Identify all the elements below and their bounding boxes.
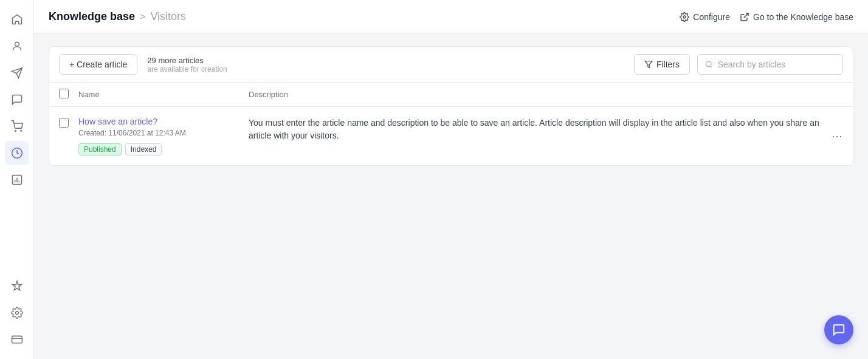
sidebar <box>0 0 34 359</box>
row-name-col: How save an article? Created: 11/06/2021… <box>78 117 249 156</box>
sidebar-item-settings[interactable] <box>5 301 29 325</box>
articles-info: 29 more articles are available for creat… <box>147 56 227 74</box>
col-name-header: Name <box>78 90 249 99</box>
row-checkbox[interactable] <box>59 118 69 128</box>
top-header: Knowledge base > Visitors Configure Go t… <box>34 0 868 34</box>
breadcrumb-sub: Visitors <box>150 10 186 23</box>
article-title[interactable]: How save an article? <box>78 117 157 126</box>
tag-published: Published <box>78 143 122 156</box>
search-icon <box>705 60 713 69</box>
article-list-container: + Create article 29 more articles are av… <box>49 46 853 166</box>
chat-button[interactable] <box>824 315 853 344</box>
sidebar-item-integrations[interactable] <box>5 274 29 298</box>
toolbar-right: Filters <box>634 54 843 75</box>
goto-kb-button[interactable]: Go to the Knowledge base <box>740 12 853 22</box>
svg-line-7 <box>744 13 748 18</box>
search-input[interactable] <box>718 60 835 69</box>
breadcrumb: Knowledge base > Visitors <box>49 10 186 23</box>
sidebar-item-contacts[interactable] <box>5 34 29 58</box>
content-area: + Create article 29 more articles are av… <box>34 34 868 359</box>
sidebar-item-conversations[interactable] <box>5 87 29 112</box>
create-article-label: + Create article <box>69 60 127 69</box>
main-content: Knowledge base > Visitors Configure Go t… <box>34 0 868 359</box>
sidebar-item-knowledge[interactable] <box>5 141 29 165</box>
col-desc-header: Description <box>249 90 843 99</box>
article-tags: Published Indexed <box>78 143 249 156</box>
configure-button[interactable]: Configure <box>680 12 730 22</box>
create-article-button[interactable]: + Create article <box>59 54 137 75</box>
svg-point-6 <box>683 16 686 18</box>
sidebar-item-billing[interactable] <box>5 327 29 352</box>
header-actions: Configure Go to the Knowledge base <box>680 12 853 22</box>
filters-button[interactable]: Filters <box>634 54 690 75</box>
goto-kb-label: Go to the Knowledge base <box>753 12 853 22</box>
sidebar-item-marketplace[interactable] <box>5 114 29 138</box>
tag-indexed: Indexed <box>125 143 162 156</box>
filters-label: Filters <box>656 60 680 69</box>
articles-count: 29 more articles <box>147 56 227 65</box>
sidebar-item-campaigns[interactable] <box>5 61 29 85</box>
external-link-icon <box>740 12 749 22</box>
svg-rect-5 <box>12 336 22 343</box>
filter-icon <box>644 60 653 69</box>
svg-point-2 <box>20 131 21 132</box>
breadcrumb-separator: > <box>140 12 145 22</box>
select-all-checkbox[interactable] <box>59 89 69 98</box>
header-checkbox-col <box>59 89 78 100</box>
chat-icon <box>832 323 846 337</box>
row-checkbox-col <box>59 118 78 129</box>
article-date: Created: 11/06/2021 at 12:43 AM <box>78 129 249 137</box>
search-box[interactable] <box>697 54 843 75</box>
toolbar: + Create article 29 more articles are av… <box>49 47 853 83</box>
articles-sub: are available for creation <box>147 65 227 74</box>
sidebar-item-reports[interactable] <box>5 168 29 192</box>
svg-point-4 <box>15 312 18 315</box>
svg-point-1 <box>15 131 16 132</box>
toolbar-left: + Create article 29 more articles are av… <box>59 54 227 75</box>
table-header: Name Description <box>49 83 853 107</box>
configure-label: Configure <box>693 12 730 22</box>
svg-point-9 <box>706 61 711 66</box>
row-description: You must enter the article name and desc… <box>249 117 843 142</box>
svg-marker-8 <box>645 61 652 68</box>
sidebar-item-home[interactable] <box>5 7 29 32</box>
breadcrumb-main[interactable]: Knowledge base <box>49 10 135 23</box>
svg-point-0 <box>15 42 19 46</box>
gear-icon <box>680 12 689 22</box>
table-row: How save an article? Created: 11/06/2021… <box>49 107 853 165</box>
row-actions-menu[interactable]: ⋯ <box>832 129 843 143</box>
